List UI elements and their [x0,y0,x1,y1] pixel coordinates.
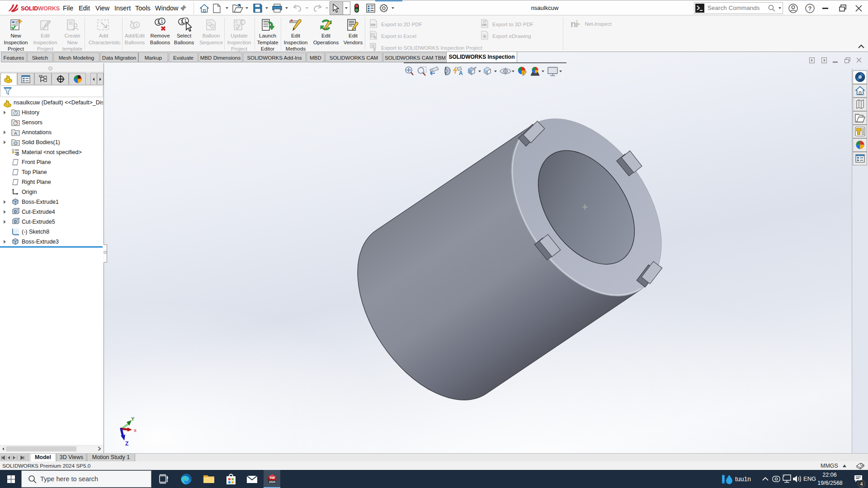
svg-text:Z: Z [125,441,128,447]
svg-text:SW: SW [269,476,275,480]
svg-text:Y: Y [131,416,135,422]
svg-text:2024: 2024 [269,480,276,483]
svg-text:x: x [134,427,137,433]
